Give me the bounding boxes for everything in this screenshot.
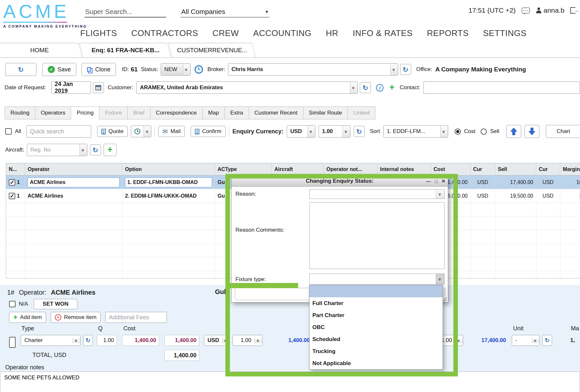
company-select-value: All Companies xyxy=(181,8,225,16)
quantity-field[interactable]: 1.00 xyxy=(97,335,117,346)
user-menu[interactable]: anna.b xyxy=(536,6,564,14)
restore-icon[interactable]: □ xyxy=(435,178,438,184)
tab-customer-revenue[interactable]: CUSTOMERREVENUE... xyxy=(168,43,256,57)
customer-select[interactable]: ARAMEX, United Arab Emirates » xyxy=(136,81,358,94)
status-clock-icon[interactable] xyxy=(195,65,203,74)
select-all-checkbox[interactable] xyxy=(5,128,12,135)
nav-crew[interactable]: CREW xyxy=(212,28,239,38)
fixture-option[interactable]: OBC xyxy=(309,321,443,333)
additional-fees-input[interactable] xyxy=(105,312,167,323)
customer-refresh-button[interactable]: ↻ xyxy=(360,82,371,93)
move-down-button[interactable] xyxy=(524,125,539,138)
fixture-option[interactable]: Trucking xyxy=(309,345,443,357)
nav-flights[interactable]: FLIGHTS xyxy=(80,28,117,38)
quote-button[interactable]: Quote xyxy=(97,126,128,137)
row-checkbox[interactable] xyxy=(9,193,15,199)
close-icon[interactable]: × xyxy=(442,178,445,185)
reason-comments-textarea[interactable] xyxy=(309,202,445,269)
nav-hr[interactable]: HR xyxy=(326,28,338,38)
date-input[interactable]: 24 Jan 2019 xyxy=(51,81,91,94)
confirm-button[interactable]: Confirm xyxy=(191,126,226,137)
save-button[interactable]: ✓ Save xyxy=(42,63,76,76)
item-rate-input[interactable]: 1.00 » xyxy=(233,335,262,346)
add-customer-icon[interactable]: + xyxy=(389,84,395,91)
cost-total-field[interactable]: 1,400.00 xyxy=(164,335,199,346)
unit-select[interactable]: - » xyxy=(512,335,540,346)
tab-enquiry[interactable]: Enq: 61 FRA-NCE-KB... xyxy=(79,43,171,57)
contact-input[interactable] xyxy=(423,81,580,94)
currency-select[interactable]: USD » xyxy=(287,125,315,138)
aircraft-reg-select[interactable]: Reg. No » xyxy=(27,144,87,156)
item-type-select[interactable]: Charter » xyxy=(21,335,81,346)
logo-tagline: A COMPANY MAKING EVERYTHING xyxy=(3,24,87,28)
fixture-type-select[interactable]: » xyxy=(309,274,445,285)
subtab-pricing[interactable]: Pricing xyxy=(71,106,99,119)
reason-select[interactable]: » xyxy=(309,189,445,199)
subtab-similar-route[interactable]: Similar Route xyxy=(303,106,348,119)
enquiry-toolbar: ↻ ✓ Save Clone ID: 61 Status: NEW » Brok… xyxy=(5,62,580,77)
subtab-customer-recent[interactable]: Customer Recent xyxy=(249,106,303,119)
nav-settings[interactable]: SETTINGS xyxy=(483,28,526,38)
aircraft-refresh-button[interactable]: ↻ xyxy=(90,144,101,155)
chat-icon[interactable] xyxy=(522,7,530,14)
arrow-down-icon xyxy=(528,128,536,135)
add-aircraft-button[interactable]: + xyxy=(104,144,117,156)
aircraft-label: Aircraft: xyxy=(5,147,24,153)
sell-radio[interactable] xyxy=(481,129,487,135)
fixture-option[interactable]: Full Charter xyxy=(309,297,443,309)
add-item-button[interactable]: + Add item xyxy=(9,312,46,323)
nav-reports[interactable]: REPORTS xyxy=(427,28,469,38)
col-q: Q xyxy=(98,325,103,332)
clock-icon xyxy=(131,126,144,137)
calendar-button[interactable] xyxy=(93,82,104,93)
subtab-map[interactable]: Map xyxy=(203,106,225,119)
item-checkbox[interactable] xyxy=(9,337,16,348)
company-select[interactable]: All Companies ▼ xyxy=(181,6,270,18)
mail-button[interactable]: ✉ Mail xyxy=(158,126,185,137)
broker-refresh-button[interactable]: ↻ xyxy=(400,64,411,75)
na-checkbox[interactable] xyxy=(9,301,16,307)
fixture-option[interactable] xyxy=(309,285,443,297)
nav-accounting[interactable]: ACCOUNTING xyxy=(253,28,312,38)
sort-select[interactable]: 1. EDDF-LFM... » xyxy=(383,125,448,138)
subtab-correspondence[interactable]: Correspondence xyxy=(150,106,203,119)
unit-refresh-button[interactable]: ↻ xyxy=(542,335,552,346)
dialog-title-bar[interactable]: Changing Enquiry Status: — □ × xyxy=(232,176,448,187)
subtab-extra[interactable]: Extra xyxy=(225,106,249,119)
cost-radio[interactable] xyxy=(455,129,461,135)
broker-select[interactable]: Chris Harris » xyxy=(228,63,398,76)
cost-field[interactable]: 1,400.00 xyxy=(122,335,159,346)
clone-button[interactable]: Clone xyxy=(82,63,116,76)
plus-icon: + xyxy=(107,146,113,153)
row-checkbox[interactable] xyxy=(9,179,15,186)
operator-cell[interactable]: ACME Airlines xyxy=(28,178,120,187)
option-cell[interactable]: 1. EDDF-LFMN-UKBB-OMAD xyxy=(125,178,212,187)
item-currency-select[interactable]: USD » xyxy=(204,335,229,346)
refresh-button[interactable]: ↻ xyxy=(5,63,36,76)
schedule-split-button[interactable]: » xyxy=(131,126,151,137)
status-select[interactable]: NEW » xyxy=(161,63,191,76)
customer-info-icon[interactable]: i xyxy=(376,84,384,92)
fixture-option[interactable]: Part Charter xyxy=(309,309,443,321)
nav-contractors[interactable]: CONTRACTORS xyxy=(131,28,198,38)
subtab-operators[interactable]: Operators xyxy=(35,106,71,119)
fixture-option[interactable]: Not Applicable xyxy=(309,357,443,369)
currency-refresh-button[interactable]: ↻ xyxy=(354,126,365,137)
subtab-routing[interactable]: Routing xyxy=(5,106,35,119)
minimize-icon[interactable]: — xyxy=(426,178,431,184)
super-search-input[interactable] xyxy=(84,6,166,18)
fixture-option[interactable]: Scheduled xyxy=(309,333,443,345)
operator-notes-textarea[interactable]: SOME NICE PETS ALLOWED xyxy=(0,372,580,392)
col-header-operator-notes: Operator not... xyxy=(324,163,377,175)
nav-info-rates[interactable]: INFO & RATES xyxy=(353,28,413,38)
set-won-button[interactable]: SET WON xyxy=(34,299,77,309)
chart-button[interactable]: Chart » xyxy=(546,125,580,138)
quick-search-input[interactable] xyxy=(26,125,91,138)
logout-icon[interactable] xyxy=(570,7,575,14)
remove-item-button[interactable]: × Remove item xyxy=(51,312,101,323)
item-refresh-button[interactable]: ↻ xyxy=(83,335,93,346)
move-up-button[interactable] xyxy=(506,125,521,138)
converted-cost-value: 1,400.00 xyxy=(275,335,310,346)
currency-rate-input[interactable]: 1.00 » xyxy=(319,125,350,138)
tab-home[interactable]: HOME xyxy=(0,43,82,57)
